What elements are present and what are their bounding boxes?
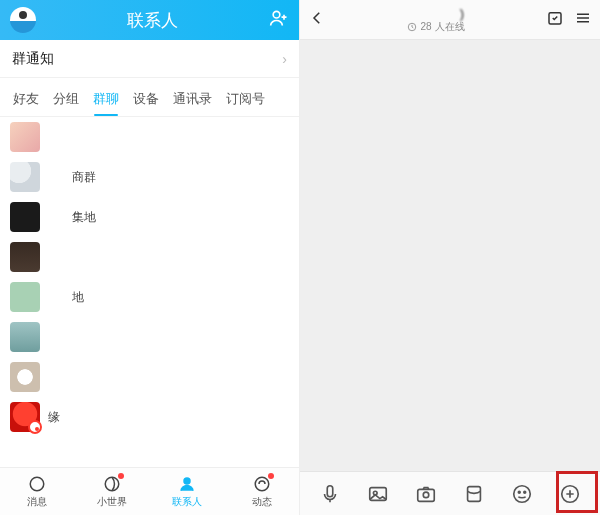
- svg-point-1: [31, 477, 45, 491]
- chat-input-bar: [300, 471, 600, 515]
- group-avatar: [10, 282, 40, 312]
- group-notice-row[interactable]: 群通知 ›: [0, 40, 299, 78]
- list-item[interactable]: 地: [0, 277, 299, 317]
- list-item[interactable]: [0, 117, 299, 157]
- svg-point-0: [273, 11, 280, 18]
- list-item[interactable]: 集地: [0, 197, 299, 237]
- tab-devices[interactable]: 设备: [126, 84, 166, 116]
- voice-icon[interactable]: [314, 478, 346, 510]
- list-item[interactable]: 商群: [0, 157, 299, 197]
- svg-point-13: [514, 485, 531, 502]
- group-avatar: [10, 362, 40, 392]
- nav-world[interactable]: 小世界: [75, 468, 150, 515]
- plus-icon[interactable]: [554, 478, 586, 510]
- chat-panel: ) 28人在线: [300, 0, 600, 515]
- tab-subscriptions[interactable]: 订阅号: [219, 84, 272, 116]
- svg-point-4: [255, 477, 269, 491]
- group-avatar: [10, 402, 40, 432]
- svg-point-11: [423, 492, 429, 498]
- svg-rect-10: [418, 489, 435, 501]
- nav-messages[interactable]: 消息: [0, 468, 75, 515]
- chevron-right-icon: ›: [282, 51, 287, 67]
- contacts-panel: 联系人 群通知 › 好友 分组 群聊 设备 通讯录 订阅号 商群 集地 地 缘 …: [0, 0, 300, 515]
- svg-point-14: [518, 491, 520, 493]
- back-icon[interactable]: [308, 9, 326, 31]
- group-avatar: [10, 322, 40, 352]
- list-item[interactable]: 缘: [0, 397, 299, 437]
- group-avatar: [10, 202, 40, 232]
- svg-point-15: [524, 491, 526, 493]
- group-notice-label: 群通知: [12, 50, 54, 68]
- list-item[interactable]: [0, 317, 299, 357]
- bottom-nav: 消息 小世界 联系人 动态: [0, 467, 299, 515]
- tab-groupchat[interactable]: 群聊: [86, 84, 126, 116]
- list-item[interactable]: [0, 357, 299, 397]
- contacts-icon: [178, 475, 196, 493]
- group-avatar: [10, 162, 40, 192]
- messages-icon: [28, 475, 46, 493]
- group-list: 商群 集地 地 缘: [0, 117, 299, 467]
- contact-tabs: 好友 分组 群聊 设备 通讯录 订阅号: [0, 78, 299, 117]
- contacts-title: 联系人: [127, 9, 178, 32]
- image-icon[interactable]: [362, 478, 394, 510]
- svg-point-2: [105, 477, 119, 491]
- online-count: 28人在线: [407, 21, 464, 33]
- nav-contacts[interactable]: 联系人: [150, 468, 225, 515]
- chat-title: ): [408, 6, 464, 22]
- add-friend-icon[interactable]: [269, 8, 289, 32]
- redpacket-icon[interactable]: [458, 478, 490, 510]
- nav-activity[interactable]: 动态: [224, 468, 299, 515]
- todo-icon[interactable]: [546, 9, 564, 31]
- emoji-icon[interactable]: [506, 478, 538, 510]
- world-icon: [103, 475, 121, 493]
- tab-friends[interactable]: 好友: [6, 84, 46, 116]
- profile-avatar[interactable]: [10, 7, 36, 33]
- activity-icon: [253, 475, 271, 493]
- camera-icon[interactable]: [410, 478, 442, 510]
- group-avatar: [10, 122, 40, 152]
- svg-rect-7: [327, 485, 333, 496]
- tab-groups[interactable]: 分组: [46, 84, 86, 116]
- group-avatar: [10, 242, 40, 272]
- tab-contacts[interactable]: 通讯录: [166, 84, 219, 116]
- chat-header: ) 28人在线: [300, 0, 600, 40]
- list-item[interactable]: [0, 237, 299, 277]
- contacts-header: 联系人: [0, 0, 299, 40]
- menu-icon[interactable]: [574, 9, 592, 31]
- svg-point-3: [184, 478, 190, 484]
- chat-body[interactable]: [300, 40, 600, 471]
